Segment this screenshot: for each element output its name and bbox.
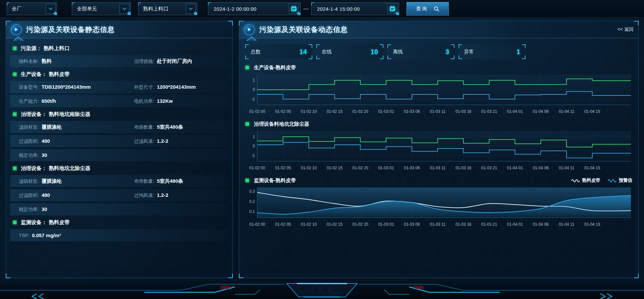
stat-card-0: 总数14 [245,44,312,59]
end-datetime-input[interactable]: 2024-1-4 15:00:00 [311,2,399,15]
corner-bracket [245,55,249,59]
svg-text:01-03 16: 01-03 16 [455,222,472,227]
section-value: 熟料地坑北除尘器 [49,165,91,172]
back-link[interactable]: << 返回 [618,27,634,33]
stat-label: 离线 [393,49,403,55]
section-header-row: 治理设备：熟料地坑南除尘器 [10,109,228,119]
green-square-icon [13,166,17,170]
chart-plot: 10-101-02 0001-02 0501-02 1001-02 1501-0… [245,73,633,116]
kv-key: 布华数量: [134,178,154,184]
stat-card-2: 离线3 [387,44,454,59]
corner-bracket [309,55,312,59]
legend-item[interactable]: 熟料皮带 [571,177,600,183]
kv-value: 30 [42,152,47,158]
kv-value: 30 [42,206,47,212]
kv-key: 电机功率: [134,98,154,104]
kv-row: TSP:0.057 mg/m³ [10,229,228,241]
kv-row: 滤袋材质:覆膜涤纶布袋数量:5室共480条 [10,121,228,133]
calendar-icon[interactable] [387,4,397,14]
svg-text:01-04 15: 01-04 15 [584,166,600,170]
stat-card-3: 异常1 [459,44,526,59]
kv-key: 过鸿风速: [134,193,154,199]
calendar-icon[interactable] [289,4,299,14]
svg-text:0.1: 0.1 [249,209,255,214]
kv-value: 1.2-2 [157,192,168,198]
pollution-source-select[interactable]: 熟料上料口 [138,2,197,15]
svg-text:01-04 15: 01-04 15 [584,222,600,227]
corner-bracket [451,55,454,59]
chevron-decoration [13,36,24,41]
svg-text:-1: -1 [251,153,255,158]
svg-text:01-03 01: 01-03 01 [378,222,394,227]
svg-text:01-04 01: 01-04 01 [507,109,523,114]
section-label: 监测设备： [21,219,47,226]
svg-text:1: 1 [253,78,255,83]
query-button[interactable]: 查询 [407,2,449,15]
svg-text:01-02 10: 01-02 10 [301,222,317,227]
corner-bracket [522,44,526,48]
svg-text:01-02 20: 01-02 20 [353,109,369,114]
green-square-icon [13,112,17,116]
kv-value: 覆膜涤纶 [42,178,62,184]
green-square-icon [245,122,249,126]
corner-bracket [459,44,462,48]
chevron-down-icon[interactable] [46,4,56,14]
svg-text:01-02 15: 01-02 15 [327,109,343,114]
kv-row: 额定功率:30 [10,149,228,161]
chevron-down-icon[interactable] [119,4,129,14]
kv-value: TDB1200*204143mm [42,84,91,90]
svg-text:0: 0 [253,144,255,148]
chart-block-1: 治理设备料地坑北除尘器10-101-02 0001-02 0501-02 100… [245,120,632,172]
svg-text:01-02 10: 01-02 10 [301,109,317,114]
unit-select-value: 全部单元 [77,6,119,12]
corner-bracket [309,44,312,48]
kv-cell: 布华数量:5室共480条 [134,178,228,184]
svg-text:01-02 00: 01-02 00 [249,166,265,170]
section-label: 污染源： [21,45,42,52]
svg-text:0.3: 0.3 [249,189,255,194]
kv-cell: 过滤面积:480 [19,192,134,199]
play-icon [11,24,21,35]
svg-text:01-04 01: 01-04 01 [507,222,523,227]
plant-select[interactable]: 全厂 [7,2,57,15]
kv-row: 物料名称:熟料治理措施:处于封闭厂房内 [10,55,228,67]
kv-key: 滤袋材质: [19,124,39,130]
svg-text:01-03 11: 01-03 11 [430,109,446,114]
chart-title: 治理设备料地坑北除尘器 [254,121,309,127]
svg-text:01-02 05: 01-02 05 [275,222,291,227]
svg-text:01-02 15: 01-02 15 [327,166,343,170]
kv-cell: 过鸿风速:1.2-2 [134,192,228,199]
corner-bracket [380,44,383,48]
kv-value: 650t/h [42,98,56,104]
kv-cell: 治理措施:处于封闭厂房内 [134,58,228,65]
kv-value: 1200*204143mm [157,84,196,90]
svg-text:01-03 01: 01-03 01 [378,109,394,114]
kv-row: 滤袋材质:覆膜涤纶布华数量:5室共480条 [10,175,228,187]
pollution-source-select-value: 熟料上料口 [143,6,186,12]
chart-title: 监测设备-熟料皮带 [254,177,296,184]
kv-row: 设备型号:TDB1200*204143mm外型尺寸:1200*204143mm [10,81,228,93]
svg-text:01-03 21: 01-03 21 [481,222,497,227]
chevron-down-icon[interactable] [186,4,196,14]
svg-text:0.2: 0.2 [249,199,255,204]
kv-cell: 额定功率:30 [19,152,134,159]
corner-bracket [451,44,454,48]
section-header-row: 监测设备：熟料皮带 [10,217,228,227]
kv-value: 1.2-2 [157,138,168,144]
corner-bracket [459,55,462,59]
section-header-row: 治理设备：熟料地坑北除尘器 [10,163,228,173]
svg-text:01-04 11: 01-04 11 [559,222,575,227]
svg-text:01-04 15: 01-04 15 [584,109,600,114]
plant-select-value: 全厂 [12,6,46,12]
dynamic-panel-title: 污染源及关联设备动态信息 [259,25,348,34]
legend-item[interactable]: 预警信 [608,177,633,183]
svg-text:-1: -1 [251,97,255,101]
legend-label: 预警信 [619,177,633,183]
chart-legend: 熟料皮带预警信 [571,177,633,183]
kv-cell: 滤袋材质:覆膜涤纶 [19,178,134,184]
unit-select[interactable]: 全部单元 [72,2,131,15]
svg-text:01-02 05: 01-02 05 [275,109,291,114]
start-datetime-input[interactable]: 2024-1-2 00:00:00 [208,2,301,15]
kv-row: 过滤面积:480过鸿风速:1.2-2 [10,189,228,201]
chart-plot: 10-101-02 0001-02 0501-02 1001-02 1501-0… [245,129,633,172]
